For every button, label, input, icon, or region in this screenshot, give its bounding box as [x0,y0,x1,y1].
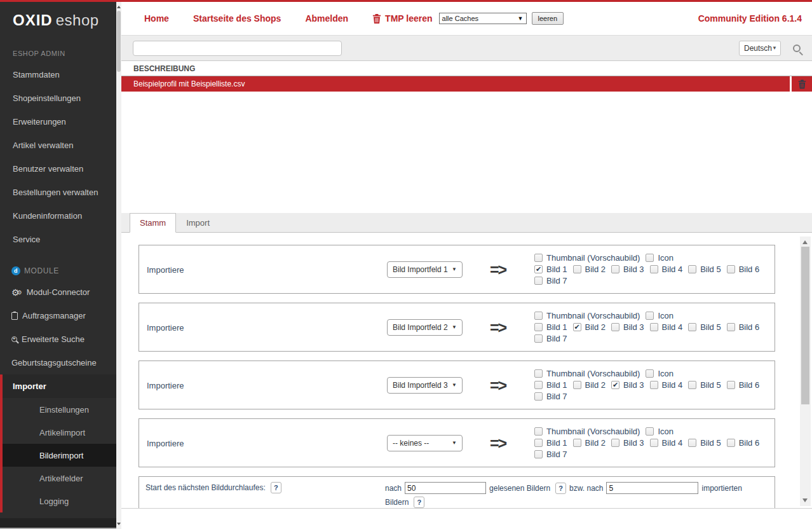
sidebar-item-shopeinstellungen[interactable]: Shopeinstellungen [0,86,116,110]
checkbox-option[interactable]: Icon [646,311,673,320]
checkbox[interactable] [727,381,735,389]
sidebar-item-importer[interactable]: Importer [3,374,116,398]
checkbox-option[interactable]: Bild 1 [534,438,567,448]
checkbox[interactable] [727,265,735,273]
checkbox[interactable] [611,439,619,447]
checkbox-option[interactable]: Bild 4 [650,438,683,448]
sidebar-item-modul-connector[interactable]: ⚙⚙ Modul-Connector [0,280,116,304]
checkbox-option[interactable]: Bild 3 [611,438,644,448]
tmp-clear-link[interactable]: TMP leeren [372,13,432,24]
checkbox-option[interactable]: ✔Bild 1 [534,264,567,274]
checkbox-option[interactable]: Bild 5 [688,264,721,274]
sidebar-item-auftragsmanager[interactable]: Auftragsmanager [0,304,116,327]
checkbox[interactable] [646,254,654,262]
checkbox-option[interactable]: Bild 5 [688,380,721,390]
sidebar-horizontal-scrollbar[interactable] [0,518,116,529]
checkbox-option[interactable]: Bild 7 [534,392,567,401]
checkbox[interactable] [534,334,543,343]
checkbox-option[interactable]: Bild 6 [727,380,760,390]
sidebar-item-bestellungen-verwalten[interactable]: Bestellungen verwalten [0,181,116,204]
checkbox[interactable] [688,323,696,331]
checkbox-option[interactable]: Thumbnail (Vorschaubild) [534,253,640,263]
checkbox[interactable]: ✔ [573,323,581,331]
checkbox-option[interactable]: Bild 1 [534,322,567,332]
checkbox[interactable] [646,369,654,378]
checkbox-option[interactable]: Icon [646,369,673,378]
profile-row-item[interactable]: Beispielprofil mit Beispielliste.csv [121,76,790,92]
cache-select[interactable]: alle Caches ▼ [439,13,527,24]
content-scrollbar[interactable] [800,237,811,506]
checkbox-option[interactable]: Bild 3 [611,322,644,332]
sidebar-subitem-artikelimport[interactable]: Artikelimport [3,421,116,444]
checkbox[interactable] [646,427,654,436]
checkbox[interactable] [534,369,543,378]
checkbox[interactable] [573,381,581,389]
checkbox-option[interactable]: Bild 7 [534,334,567,343]
checkbox-option[interactable]: Bild 5 [688,438,721,448]
sidebar-scrollbar[interactable] [116,2,121,529]
scroll-up-arrow-icon[interactable] [802,240,808,244]
checkbox[interactable] [534,323,543,331]
scrollbar-thumb[interactable] [117,11,121,72]
checkbox[interactable] [688,381,696,389]
sidebar-item-kundeninformation[interactable]: Kundeninformation [0,204,116,228]
search-icon[interactable] [793,45,801,52]
checkbox[interactable] [650,265,658,273]
checkbox[interactable] [534,450,543,458]
clear-cache-button[interactable]: leeren [532,12,564,25]
home-link[interactable]: Home [144,13,169,24]
import-field-select-2[interactable]: Bild Importfeld 2 ▼ [387,319,463,336]
checkbox[interactable] [534,439,543,447]
checkbox[interactable] [573,439,581,447]
scroll-up-arrow-icon[interactable] [117,6,121,8]
checkbox-option[interactable]: ✔Bild 2 [573,322,606,332]
sidebar-item-erweiterte-suche[interactable]: Erweiterte Suche [0,327,116,351]
checkbox[interactable] [534,312,543,320]
checkbox[interactable] [646,312,654,320]
checkbox-option[interactable]: Bild 6 [727,322,760,332]
sidebar-item-artikel-verwalten[interactable]: Artikel verwalten [0,134,116,157]
help-button[interactable]: ? [555,483,566,494]
sidebar-item-erweiterungen[interactable]: Erweiterungen [0,110,116,134]
checkbox[interactable] [650,439,658,447]
checkbox[interactable] [650,381,658,389]
checkbox-option[interactable]: Bild 4 [650,380,683,390]
checkbox-option[interactable]: Bild 2 [573,264,606,274]
checkbox[interactable] [727,323,735,331]
read-count-input[interactable] [405,482,486,494]
checkbox-option[interactable]: Bild 1 [534,380,567,390]
brand-logo[interactable]: OXID eshop [0,2,116,38]
sidebar-subitem-logging[interactable]: Logging [3,490,116,512]
tab-stamm[interactable]: Stamm [130,213,176,233]
checkbox[interactable] [534,381,543,389]
sidebar-subitem-artikelfelder[interactable]: Artikelfelder [3,467,116,490]
checkbox[interactable] [688,439,696,447]
checkbox[interactable] [727,439,735,447]
checkbox-option[interactable]: Bild 6 [727,438,760,448]
checkbox-option[interactable]: Bild 3 [611,264,644,274]
logout-link[interactable]: Abmelden [305,13,348,24]
checkbox-option[interactable]: Bild 2 [573,380,606,390]
checkbox[interactable] [534,254,543,262]
checkbox[interactable] [611,323,619,331]
import-field-select-1[interactable]: Bild Importfeld 1 ▼ [387,261,463,278]
import-count-input[interactable] [606,482,698,494]
checkbox[interactable]: ✔ [611,381,619,389]
search-input[interactable] [133,41,342,56]
sidebar-subitem-bilderimport[interactable]: Bilderimport [3,444,116,467]
checkbox-option[interactable]: Bild 4 [650,264,683,274]
sidebar-item-service[interactable]: Service [0,228,116,251]
tab-import[interactable]: Import [176,213,220,232]
sidebar-item-stammdaten[interactable]: Stammdaten [0,63,116,86]
checkbox[interactable] [534,277,543,285]
checkbox[interactable] [573,265,581,273]
checkbox[interactable] [650,323,658,331]
checkbox-option[interactable]: Bild 5 [688,322,721,332]
checkbox-option[interactable]: Bild 2 [573,438,606,448]
checkbox-option[interactable]: Icon [646,253,673,263]
checkbox-option[interactable]: Thumbnail (Vorschaubild) [534,369,640,378]
checkbox[interactable]: ✔ [534,265,543,273]
checkbox-option[interactable]: Thumbnail (Vorschaubild) [534,427,640,436]
scroll-down-arrow-icon[interactable] [802,498,808,502]
sidebar-item-benutzer-verwalten[interactable]: Benutzer verwalten [0,157,116,181]
